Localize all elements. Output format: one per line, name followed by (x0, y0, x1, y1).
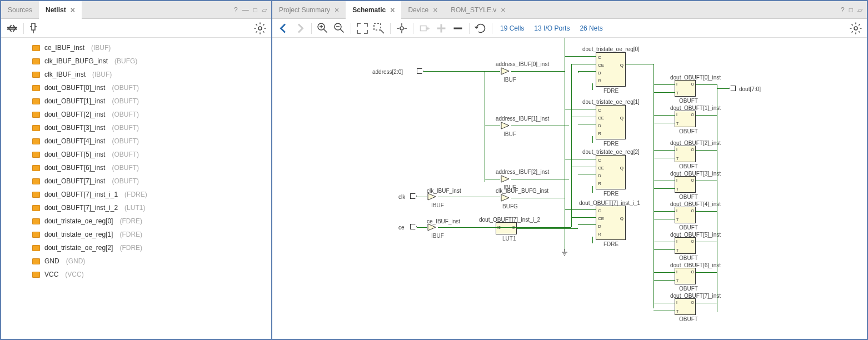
svg-point-5 (400, 27, 403, 30)
cell-label: FDRE (603, 141, 618, 147)
minus-icon[interactable] (451, 22, 465, 35)
add-port-icon[interactable] (418, 22, 431, 35)
tree-item[interactable]: dout_OBUFT[3]_inst (OBUFT) (32, 121, 271, 134)
io-ports-link[interactable]: 13 I/O Ports (531, 24, 573, 32)
zoom-out-icon[interactable] (333, 22, 346, 35)
tree-item[interactable]: clk_IBUF_inst (IBUF) (32, 68, 271, 81)
obuft-cell[interactable]: ITO (675, 207, 696, 223)
tab-project-summary[interactable]: Project Summary× (272, 1, 346, 19)
port-in-icon[interactable] (410, 193, 417, 199)
cell-label: FDRE (603, 191, 618, 197)
fdre-cell[interactable]: CCEDRQ (596, 155, 626, 189)
folder-icon (32, 192, 40, 198)
wire (654, 272, 675, 273)
obuft-cell[interactable]: ITO (675, 298, 696, 315)
tree-item[interactable]: dout_OBUFT[5]_inst (OBUFT) (32, 148, 271, 161)
wire (717, 84, 717, 312)
fdre-cell[interactable]: CCEDRQ (596, 206, 626, 240)
port-in-icon[interactable] (410, 224, 417, 229)
restore-icon[interactable]: ▱ (262, 6, 267, 14)
wire (485, 126, 500, 126)
zoom-fit-icon[interactable] (356, 22, 369, 35)
maximize-icon[interactable]: □ (253, 6, 257, 14)
minimize-icon[interactable]: — (242, 6, 249, 14)
wire (654, 188, 675, 189)
plus-icon[interactable] (435, 22, 448, 35)
wire (696, 303, 717, 303)
gear-icon[interactable] (849, 22, 862, 35)
gear-icon[interactable] (253, 22, 267, 35)
port-in-icon[interactable] (417, 68, 423, 74)
buffer-cell[interactable] (500, 67, 511, 76)
cell-label: OBUFT (679, 163, 698, 169)
folder-icon (32, 125, 40, 131)
reload-icon[interactable] (474, 22, 487, 35)
tab-rom-style[interactable]: ROM_STYLE.v× (444, 1, 512, 19)
cell-label: OBUFT (679, 128, 698, 134)
back-icon[interactable] (277, 22, 290, 35)
tree-item[interactable]: dout_OBUFT[4]_inst (OBUFT) (32, 134, 271, 148)
port-out-icon[interactable] (729, 86, 736, 91)
tab-schematic[interactable]: Schematic× (346, 1, 401, 19)
tree-item[interactable]: ce_IBUF_inst (IBUF) (32, 41, 271, 54)
wire (565, 109, 596, 109)
fdre-cell[interactable]: CCEDRQ (596, 105, 626, 139)
restore-icon[interactable]: ▱ (857, 6, 862, 14)
nets-link[interactable]: 26 Nets (576, 24, 606, 32)
collapse-all-icon[interactable] (6, 22, 19, 35)
cell-label: OBUFT (679, 224, 698, 231)
tree-item[interactable]: dout_tristate_oe_reg[2] (FDRE) (32, 241, 271, 254)
close-icon[interactable]: × (390, 6, 395, 14)
tree-item[interactable]: dout_OBUFT[7]_inst_i_1 (FDRE) (32, 188, 271, 201)
buffer-cell[interactable] (500, 174, 511, 183)
pin-icon[interactable] (28, 22, 42, 35)
window-controls: ? — □ ▱ (234, 6, 271, 14)
tab-device[interactable]: Device× (401, 1, 444, 19)
zoom-select-icon[interactable] (372, 22, 386, 35)
obuft-cell[interactable]: ITO (675, 176, 696, 193)
tree-item[interactable]: dout_OBUFT[2]_inst (OBUFT) (32, 108, 271, 121)
folder-icon (32, 58, 40, 64)
right-tabs: Project Summary× Schematic× Device× ROM_… (272, 1, 867, 19)
tree-item[interactable]: dout_OBUFT[0]_inst (OBUFT) (32, 81, 271, 94)
cells-link[interactable]: 19 Cells (497, 24, 527, 32)
buffer-cell[interactable] (427, 192, 438, 201)
obuft-cell[interactable]: ITO (675, 146, 696, 162)
tree-item[interactable]: dout_tristate_oe_reg[0] (FDRE) (32, 214, 271, 228)
tree-item[interactable]: dout_OBUFT[7]_inst_i_2 (LUT1) (32, 201, 271, 214)
tab-sources[interactable]: Sources (1, 1, 39, 19)
obuft-cell[interactable]: ITO (675, 80, 696, 97)
forward-icon[interactable] (293, 22, 307, 35)
cell-label: dout_tristate_oe_reg[2] (582, 149, 640, 155)
tree-item[interactable]: clk_IBUF_BUFG_inst (BUFG) (32, 54, 271, 68)
close-icon[interactable]: × (433, 6, 437, 14)
cell-label: LUT1 (502, 236, 516, 242)
wire (417, 197, 427, 197)
tree-item[interactable]: dout_OBUFT[1]_inst (OBUFT) (32, 94, 271, 108)
fdre-cell[interactable]: CCEDRQ (596, 52, 626, 87)
zoom-in-icon[interactable] (316, 22, 330, 35)
maximize-icon[interactable]: □ (849, 6, 853, 14)
tree-item[interactable]: dout_OBUFT[6]_inst (OBUFT) (32, 161, 271, 174)
buffer-cell[interactable] (427, 223, 438, 232)
tree-item[interactable]: dout_tristate_oe_reg[1] (FDRE) (32, 228, 271, 241)
lut-cell[interactable]: I0O (496, 222, 517, 234)
close-icon[interactable]: × (71, 6, 75, 14)
buffer-cell[interactable] (500, 193, 511, 202)
wire (511, 126, 569, 126)
help-icon[interactable]: ? (841, 6, 845, 14)
tab-netlist[interactable]: Netlist× (39, 1, 82, 19)
tree-item[interactable]: VCC (VCC) (32, 268, 271, 281)
schematic-canvas[interactable]: address[2:0]clkceclk_IBUF_instIBUFce_IBU… (272, 38, 867, 339)
close-icon[interactable]: × (335, 6, 339, 14)
obuft-cell[interactable]: ITO (675, 111, 696, 127)
buffer-cell[interactable] (500, 121, 511, 130)
close-icon[interactable]: × (501, 6, 505, 14)
netlist-tree[interactable]: ce_IBUF_inst (IBUF) clk_IBUF_BUFG_inst (… (1, 38, 271, 339)
obuft-cell[interactable]: ITO (675, 237, 696, 254)
center-icon[interactable] (395, 22, 408, 35)
tree-item[interactable]: dout_OBUFT[7]_inst (OBUFT) (32, 174, 271, 188)
tree-item[interactable]: GND (GND) (32, 254, 271, 268)
help-icon[interactable]: ? (234, 6, 238, 14)
obuft-cell[interactable]: ITO (675, 268, 696, 284)
